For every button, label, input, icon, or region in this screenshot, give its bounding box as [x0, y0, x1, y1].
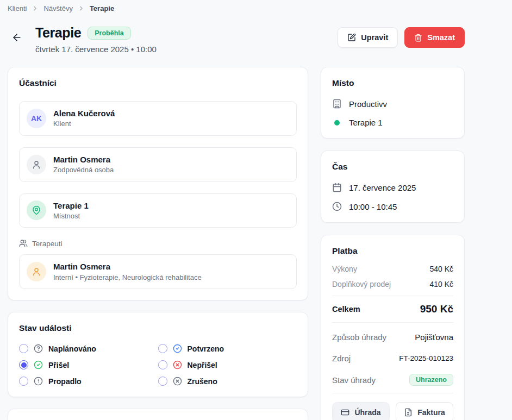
x-circle-icon: [173, 377, 182, 386]
radio-option-propadlo[interactable]: Propadlo: [19, 377, 158, 386]
participant-name: Terapie 1: [53, 200, 89, 211]
calendar-icon: [332, 183, 342, 192]
payment-method-value: Pojišťovna: [415, 333, 453, 342]
square-pen-icon: [347, 33, 356, 42]
breadcrumb-link-navstevy[interactable]: Návštěvy: [43, 4, 72, 12]
breadcrumb-link-klienti[interactable]: Klienti: [8, 4, 27, 12]
chevron-right-icon: [78, 5, 85, 12]
building-icon: [332, 99, 342, 109]
file-text-icon: [404, 408, 413, 417]
x-circle-icon: [173, 360, 182, 369]
total-value: 950 Kč: [420, 303, 453, 315]
participant-role: Zodpovědná osoba: [53, 165, 114, 175]
radio-label: Propadlo: [48, 377, 82, 386]
place-heading: Místo: [332, 78, 453, 88]
arrow-left-icon: [11, 32, 22, 43]
participants-heading: Účastníci: [19, 78, 297, 88]
room-name: Terapie 1: [349, 118, 383, 127]
divider: [332, 393, 453, 393]
check-circle-icon: [173, 344, 182, 353]
participant-name: Alena Kučerová: [53, 108, 115, 119]
back-button[interactable]: [8, 28, 26, 47]
time-range-row: 10:00 - 10:45: [332, 202, 453, 211]
payment-row: Výkony 540 Kč: [332, 265, 453, 273]
radio-label: Potvrzeno: [188, 344, 224, 353]
payment-row-value: 540 Kč: [429, 265, 453, 273]
left-column: Účastníci AK Alena Kučerová Klient: [8, 67, 308, 420]
date-text: 17. července 2025: [349, 183, 416, 192]
divider: [332, 296, 453, 296]
status-column-left: Naplánováno Přišel: [19, 344, 158, 386]
invoice-button[interactable]: Faktura: [396, 402, 453, 420]
payment-status-label: Stav úhrady: [332, 375, 376, 385]
invoice-button-label: Faktura: [417, 408, 445, 417]
payment-row-label: Doplňkový prodej: [332, 280, 391, 289]
edit-button[interactable]: Upravit: [338, 27, 398, 48]
status-heading: Stav události: [19, 323, 297, 333]
header-actions: Upravit Smazat: [338, 27, 465, 48]
radio-option-prisel[interactable]: Přišel: [19, 360, 158, 369]
participant-row[interactable]: Martin Osmera Zodpovědná osoba: [19, 147, 297, 182]
radio-option-zruseno[interactable]: Zrušeno: [158, 377, 297, 386]
main-content: Účastníci AK Alena Kučerová Klient: [8, 67, 465, 420]
edit-button-label: Upravit: [361, 33, 388, 42]
alert-circle-icon: [34, 377, 43, 386]
breadcrumb: Klienti Návštěvy Terapie: [8, 3, 465, 13]
divider: [332, 322, 453, 323]
payment-status-row: Stav úhrady Uhrazeno: [332, 374, 453, 386]
therapist-row[interactable]: Martin Osmera Interní • Fyzioterapie, Ne…: [19, 254, 297, 289]
clock-icon: [332, 202, 342, 211]
date-row: 17. července 2025: [332, 183, 453, 192]
time-range-text: 10:00 - 10:45: [349, 202, 397, 211]
radio-control[interactable]: [158, 377, 167, 386]
user-icon: [27, 262, 46, 281]
therapist-role: Interní • Fyzioterapie, Neurologická reh…: [53, 273, 202, 283]
user-icon: [27, 155, 46, 174]
radio-label: Nepřišel: [188, 361, 217, 369]
page-subtitle: čtvrtek 17. července 2025 • 10:00: [35, 45, 157, 54]
payment-row-value: 410 Kč: [429, 280, 453, 289]
payment-button[interactable]: Úhrada: [332, 402, 390, 420]
therapists-label-row: Terapeuti: [19, 239, 297, 248]
payment-method-label: Způsob úhrady: [332, 333, 386, 342]
payment-source-value: FT-2025-010123: [399, 354, 453, 362]
time-heading: Čas: [332, 162, 453, 172]
radio-option-potvrzeno[interactable]: Potvrzeno: [158, 344, 297, 353]
radio-option-neprisel[interactable]: Nepřišel: [158, 360, 297, 369]
participant-row[interactable]: AK Alena Kučerová Klient: [19, 101, 297, 136]
delete-button[interactable]: Smazat: [404, 27, 465, 48]
participant-row[interactable]: Terapie 1 Místnost: [19, 193, 297, 228]
event-status-card: Stav události Naplánováno: [8, 312, 308, 397]
company-name: Productivv: [349, 99, 387, 109]
room-row: Terapie 1: [332, 118, 453, 127]
status-column-right: Potvrzeno Nepřišel: [158, 344, 297, 386]
participant-role: Klient: [53, 119, 115, 129]
users-icon: [19, 239, 28, 248]
check-circle-icon: [34, 360, 43, 369]
payment-row: Doplňkový prodej 410 Kč: [332, 280, 453, 289]
breadcrumb-current: Terapie: [90, 4, 114, 12]
total-row: Celkem 950 Kč: [332, 303, 453, 315]
radio-control[interactable]: [158, 344, 167, 353]
radio-control[interactable]: [19, 377, 28, 386]
radio-label: Zrušeno: [188, 377, 217, 386]
room-color-dot: [334, 120, 340, 126]
payment-row-label: Výkony: [332, 265, 357, 273]
page-title: Terapie: [35, 25, 81, 41]
time-card: Čas 17. července 2025 10:00 - 10:45: [321, 151, 465, 223]
credit-card-icon: [341, 408, 349, 417]
payment-method-row: Způsob úhrady Pojišťovna: [332, 331, 453, 343]
payment-actions: Úhrada Faktura: [332, 402, 453, 420]
chevron-right-icon: [32, 5, 39, 12]
company-row: Productivv: [332, 99, 453, 109]
payment-source-row: Zdroj FT-2025-010123: [332, 353, 453, 364]
payment-button-label: Úhrada: [354, 408, 380, 417]
radio-option-naplanovano[interactable]: Naplánováno: [19, 344, 158, 353]
payment-source-label: Zdroj: [332, 354, 351, 363]
radio-control[interactable]: [158, 360, 167, 369]
radio-control[interactable]: [19, 344, 28, 353]
radio-control-selected[interactable]: [19, 360, 28, 369]
payment-heading: Platba: [332, 246, 453, 256]
help-circle-icon: [34, 344, 43, 353]
participants-card: Účastníci AK Alena Kučerová Klient: [8, 67, 308, 300]
